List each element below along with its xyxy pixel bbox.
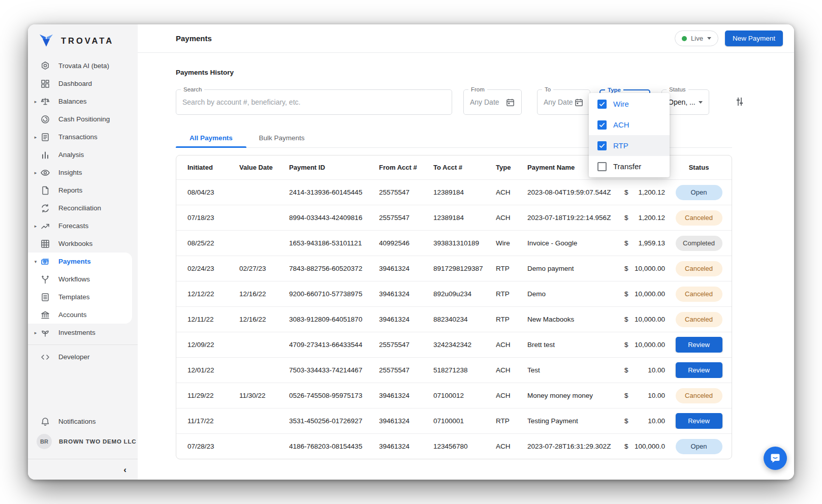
sidebar: TROVATA Trovata AI (beta) Dashboard ▸ Ba…	[28, 24, 138, 480]
cell-initiated: 07/18/23	[176, 214, 239, 222]
sidebar-item-analysis[interactable]: Analysis	[28, 146, 138, 164]
cell-payment-id: 7843-882756-60520372	[289, 265, 379, 272]
cell-payment-name: Brett test	[527, 341, 624, 349]
cell-payment-name: Invoice - Google	[527, 239, 624, 247]
cell-initiated: 12/12/22	[176, 290, 239, 298]
review-button[interactable]: Review	[676, 337, 722, 353]
environment-selector[interactable]: Live	[675, 30, 718, 46]
brand-logo[interactable]: TROVATA	[28, 24, 138, 57]
sidebar-item-reconciliation[interactable]: Reconciliation	[28, 199, 138, 217]
type-dropdown-menu: Wire ACH RTP Transfer	[589, 93, 670, 177]
from-date-value: Any Date	[470, 98, 505, 106]
status-badge: Canceled	[676, 312, 722, 327]
tab-bulk-payments[interactable]: Bulk Payments	[246, 129, 317, 147]
table-row[interactable]: 12/09/22 4709-273413-66433544 25575547 3…	[176, 332, 732, 357]
column-header-type[interactable]: Type	[496, 164, 527, 171]
sidebar-item-templates[interactable]: Templates	[28, 288, 132, 306]
nav-icon	[40, 150, 50, 160]
table-row[interactable]: 08/25/22 1653-943186-53101121 40992546 3…	[176, 230, 732, 256]
sidebar-item-developer[interactable]: Developer	[28, 348, 138, 366]
trovata-logo-icon	[38, 34, 54, 48]
cell-payment-name: 2023-07-18T19:22:14.956Z	[527, 214, 624, 222]
sidebar-item-workflows[interactable]: Workflows	[28, 270, 132, 288]
expand-chevron-icon[interactable]: ▸	[31, 135, 40, 140]
column-header-to-acct[interactable]: To Acct #	[433, 164, 496, 171]
sidebar-item-investments[interactable]: ▸ Investments	[28, 324, 138, 341]
filters-bar: Search From Any Date To Any Date	[176, 89, 732, 115]
sidebar-item-workbooks[interactable]: Workbooks	[28, 235, 138, 253]
sidebar-item-trovata-ai-beta[interactable]: Trovata AI (beta)	[28, 57, 138, 75]
table-row[interactable]: 07/28/23 4186-768203-08154435 39461324 1…	[176, 433, 732, 459]
sidebar-item-forecasts[interactable]: ▸ Forecasts	[28, 217, 138, 235]
new-payment-button[interactable]: New Payment	[725, 30, 783, 46]
checkbox-icon[interactable]	[597, 162, 607, 171]
chat-launcher-button[interactable]	[764, 447, 787, 470]
column-header-value-date[interactable]: Value Date	[239, 164, 289, 171]
nav-icon	[40, 310, 50, 320]
calendar-icon[interactable]	[574, 98, 584, 107]
sidebar-item-notifications[interactable]: Notifications	[28, 413, 138, 430]
cell-to-acct: 12389184	[433, 214, 496, 222]
table-row[interactable]: 02/24/23 02/27/23 7843-882756-60520372 3…	[176, 256, 732, 281]
column-header-payment-id[interactable]: Payment ID	[289, 164, 379, 171]
from-date-field[interactable]: From Any Date	[463, 89, 522, 115]
sidebar-item-transactions[interactable]: ▸ Transactions	[28, 128, 138, 146]
table-row[interactable]: 08/04/23 2414-313936-60145445 25575547 1…	[176, 179, 732, 205]
cell-type: ACH	[496, 188, 527, 196]
expand-chevron-icon[interactable]: ▾	[31, 259, 40, 264]
sidebar-item-payments[interactable]: ▾ Payments	[28, 253, 132, 270]
table-row[interactable]: 12/12/22 12/16/22 9200-660710-57738975 3…	[176, 281, 732, 306]
review-button[interactable]: Review	[676, 413, 722, 429]
checkbox-icon[interactable]	[597, 100, 607, 109]
type-option-wire[interactable]: Wire	[589, 93, 670, 114]
to-date-field[interactable]: To Any Date	[537, 89, 590, 115]
column-header-status[interactable]: Status	[665, 164, 732, 171]
sidebar-item-cash-positioning[interactable]: Cash Positioning	[28, 110, 138, 128]
checkbox-icon[interactable]	[597, 120, 607, 130]
sidebar-item-insights[interactable]: ▸ Insights	[28, 164, 138, 181]
type-option-ach[interactable]: ACH	[589, 114, 670, 135]
search-field[interactable]: Search	[176, 89, 452, 115]
tab-all-payments[interactable]: All Payments	[176, 129, 246, 147]
cell-to-acct: 12389184	[433, 188, 496, 196]
sidebar-item-dashboard[interactable]: Dashboard	[28, 75, 138, 92]
cell-payment-name: Test	[527, 366, 624, 374]
sidebar-footer: ‹	[28, 459, 138, 480]
table-row[interactable]: 12/11/22 12/16/22 3083-912809-64051870 3…	[176, 306, 732, 332]
expand-chevron-icon[interactable]: ▸	[31, 330, 40, 335]
collapse-sidebar-button[interactable]: ‹	[123, 465, 127, 474]
cell-payment-name: 2023-08-04T19:59:07.544Z	[527, 188, 624, 196]
table-row[interactable]: 11/29/22 11/30/22 0526-745508-95975173 3…	[176, 383, 732, 408]
table-row[interactable]: 07/18/23 8994-033443-42409816 25575547 1…	[176, 205, 732, 230]
cell-payment-name: New Macbooks	[527, 316, 624, 323]
nav-icon	[40, 257, 50, 267]
table-row[interactable]: 12/01/22 7503-334433-74214467 25575547 5…	[176, 357, 732, 383]
column-header-initiated[interactable]: Initiated	[176, 164, 239, 171]
cell-amount: 10,000.00	[635, 265, 665, 272]
checkbox-icon[interactable]	[597, 141, 607, 150]
account-switcher[interactable]: BR BROWN TWO DEMO LLC	[28, 430, 138, 453]
expand-chevron-icon[interactable]: ▸	[31, 224, 40, 229]
sidebar-item-reports[interactable]: Reports	[28, 181, 138, 199]
type-option-rtp[interactable]: RTP	[589, 135, 670, 156]
column-header-from-acct[interactable]: From Acct #	[379, 164, 433, 171]
cell-initiated: 02/24/23	[176, 265, 239, 272]
sidebar-item-accounts[interactable]: Accounts	[28, 306, 132, 324]
cell-currency: $	[624, 341, 635, 349]
expand-chevron-icon[interactable]: ▸	[31, 99, 40, 104]
cell-status: Canceled	[665, 287, 732, 302]
expand-chevron-icon[interactable]: ▸	[31, 170, 40, 175]
filter-settings-button[interactable]	[734, 96, 746, 108]
sidebar-item-label: Forecasts	[58, 222, 88, 230]
chevron-down-icon	[707, 37, 711, 40]
calendar-icon[interactable]	[505, 98, 515, 107]
sidebar-item-label: Cash Positioning	[58, 115, 110, 123]
table-row[interactable]: 11/17/22 3531-450256-01726927 39461324 0…	[176, 408, 732, 433]
search-input[interactable]	[182, 98, 446, 106]
sidebar-nav: Trovata AI (beta) Dashboard ▸ Balances C…	[28, 57, 138, 253]
review-button[interactable]: Review	[676, 362, 722, 378]
cell-payment-id: 3531-450256-01726927	[289, 417, 379, 425]
sidebar-item-balances[interactable]: ▸ Balances	[28, 92, 138, 110]
type-option-transfer[interactable]: Transfer	[589, 156, 670, 177]
cell-currency: $	[624, 417, 635, 425]
